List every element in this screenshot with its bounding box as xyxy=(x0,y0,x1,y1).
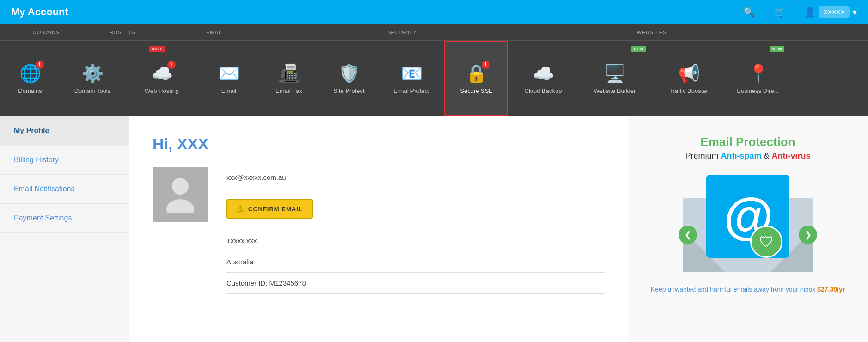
nav-label-business-directory: Business Dire... xyxy=(737,87,779,94)
top-header: My Account 🔍 🛒 👤 XXXXX ▾ xyxy=(0,0,868,24)
promo-description: Keep unwanted and harmful emails away fr… xyxy=(651,286,845,293)
fax-icon: 📠 xyxy=(278,63,300,84)
promo-title: Email Protection xyxy=(700,135,795,149)
divider-2 xyxy=(795,6,795,18)
customer-id-field: Customer ID: M12345678 xyxy=(226,273,605,294)
email-icon: ✉️ xyxy=(218,63,240,84)
chevron-down-icon: ▾ xyxy=(852,6,857,18)
logo: My Account xyxy=(11,6,68,18)
svg-point-0 xyxy=(172,178,189,195)
promo-subtitle-cyan: Anti-spam xyxy=(721,151,761,160)
nav-item-email-protect[interactable]: 📧 Email Protect xyxy=(379,41,444,116)
shield-inner-icon: 🛡 xyxy=(759,233,774,250)
confirm-email-field: ⚠ CONFIRM EMAIL xyxy=(226,188,605,230)
nav-label-traffic-booster: Traffic Booster xyxy=(669,87,708,94)
cloud-icon: ☁️ 1 xyxy=(151,63,173,84)
nav-items: 🌐 1 Domains ⚙️ Domain Tools SALE ☁️ 1 We… xyxy=(0,41,868,116)
ssl-badge: 1 xyxy=(482,61,490,69)
user-label: XXXXX xyxy=(819,6,850,18)
avatar-icon xyxy=(164,176,196,213)
left-arrow-icon: ❮ xyxy=(679,226,697,244)
phone-field: +xxxx xxx xyxy=(226,230,605,251)
profile-details: xxx@xxxxx.com.au ⚠ CONFIRM EMAIL +xxxx x… xyxy=(226,167,605,294)
promo-subtitle-amp: & xyxy=(764,151,772,160)
nav-item-business-directory[interactable]: NEW 📍 Business Dire... xyxy=(726,41,790,116)
cart-button[interactable]: 🛒 xyxy=(774,6,785,18)
divider-1 xyxy=(764,6,764,18)
new-badge-website-builder: NEW xyxy=(631,46,646,52)
warning-icon: ⚠ xyxy=(237,204,245,214)
header-right: 🔍 🛒 👤 XXXXX ▾ xyxy=(743,6,857,18)
sale-badge: SALE xyxy=(149,46,165,52)
nav-item-domains[interactable]: 🌐 1 Domains xyxy=(0,41,60,116)
promo-subtitle: Premium Anti-spam & Anti-virus xyxy=(685,151,810,161)
user-button[interactable]: 👤 XXXXX ▾ xyxy=(804,6,857,18)
greeting: Hi, XXX xyxy=(153,135,605,153)
promo-subtitle-red: Anti-virus xyxy=(772,151,811,160)
nav-label-email: Email xyxy=(221,87,237,94)
confirm-email-button[interactable]: ⚠ CONFIRM EMAIL xyxy=(226,199,313,219)
search-button[interactable]: 🔍 xyxy=(743,6,755,18)
promo-image: @ 🛡 ❮ ❯ xyxy=(674,170,822,272)
nav-label-secure-ssl: Secure SSL xyxy=(460,87,492,94)
nav-item-email-fax[interactable]: 📠 Email Fax xyxy=(259,41,319,116)
promo-area: Email Protection Premium Anti-spam & Ant… xyxy=(628,116,868,342)
nav-label-web-hosting: Web Hosting xyxy=(145,87,179,94)
lock-icon: 🔒 1 xyxy=(465,63,487,84)
location-icon: 📍 xyxy=(747,63,769,84)
country-field: Australia xyxy=(226,251,605,273)
nav-label-domains: Domains xyxy=(18,87,42,94)
cloud-backup-icon: ☁️ xyxy=(532,63,554,84)
monitor-icon: 🖥️ xyxy=(604,63,626,84)
domains-badge: 1 xyxy=(36,61,44,69)
nav-item-domain-tools[interactable]: ⚙️ Domain Tools xyxy=(60,41,125,116)
nav-categories: DOMAINS HOSTING EMAIL SECURITY WEBSITES xyxy=(0,24,868,41)
nav-item-web-hosting[interactable]: SALE ☁️ 1 Web Hosting xyxy=(125,41,199,116)
profile-area: Hi, XXX xxx@xxxxx.com.au ⚠ CONFIRM EMAIL… xyxy=(129,116,628,342)
nav-label-email-protect: Email Protect xyxy=(393,87,429,94)
promo-price: $27.30/yr xyxy=(817,286,845,293)
gear-icon: ⚙️ xyxy=(82,63,104,84)
shield-badge: 🛡 xyxy=(750,226,782,258)
category-websites: WEBSITES xyxy=(527,24,776,40)
nav-item-site-protect[interactable]: 🛡️ Site Protect xyxy=(319,41,379,116)
email-protect-icon: 📧 xyxy=(401,63,422,84)
sidebar-item-billing-history[interactable]: Billing History xyxy=(0,146,129,175)
nav-label-domain-tools: Domain Tools xyxy=(74,87,111,94)
nav-label-email-fax: Email Fax xyxy=(275,87,302,94)
main-content: My Profile Billing History Email Notific… xyxy=(0,116,868,342)
nav-item-traffic-booster[interactable]: 📢 Traffic Booster xyxy=(652,41,726,116)
sidebar-item-payment-settings[interactable]: Payment Settings xyxy=(0,204,129,233)
category-domains: DOMAINS xyxy=(0,24,92,40)
nav-item-cloud-backup[interactable]: ☁️ Cloud Backup xyxy=(508,41,578,116)
profile-row: xxx@xxxxx.com.au ⚠ CONFIRM EMAIL +xxxx x… xyxy=(153,167,605,294)
category-security: SECURITY xyxy=(277,24,527,40)
email-field: xxx@xxxxx.com.au xyxy=(226,167,605,188)
category-hosting: HOSTING xyxy=(92,24,153,40)
svg-point-1 xyxy=(166,199,194,213)
shield-icon: 🛡️ xyxy=(338,63,360,84)
promo-desc-plain: Keep unwanted and harmful emails away fr… xyxy=(651,286,817,293)
nav-label-website-builder: Website Builder xyxy=(594,87,636,94)
nav-item-email[interactable]: ✉️ Email xyxy=(199,41,259,116)
user-icon: 👤 xyxy=(804,6,816,18)
globe-icon: 🌐 1 xyxy=(19,63,41,84)
megaphone-icon: 📢 xyxy=(678,63,700,84)
sidebar-item-email-notifications[interactable]: Email Notifications xyxy=(0,175,129,204)
hosting-badge: 1 xyxy=(167,61,176,69)
promo-subtitle-plain: Premium xyxy=(685,151,721,160)
nav-label-cloud-backup: Cloud Backup xyxy=(525,87,562,94)
nav-bar: DOMAINS HOSTING EMAIL SECURITY WEBSITES … xyxy=(0,24,868,116)
new-badge-business-dir: NEW xyxy=(770,46,784,52)
sidebar-item-my-profile[interactable]: My Profile xyxy=(0,116,129,146)
nav-label-site-protect: Site Protect xyxy=(333,87,364,94)
category-email: EMAIL xyxy=(153,24,277,40)
nav-item-secure-ssl[interactable]: 🔒 1 Secure SSL xyxy=(444,41,508,116)
sidebar: My Profile Billing History Email Notific… xyxy=(0,116,129,342)
avatar xyxy=(153,167,208,222)
right-arrow-icon: ❯ xyxy=(799,226,817,244)
nav-item-website-builder[interactable]: NEW 🖥️ Website Builder xyxy=(578,41,652,116)
